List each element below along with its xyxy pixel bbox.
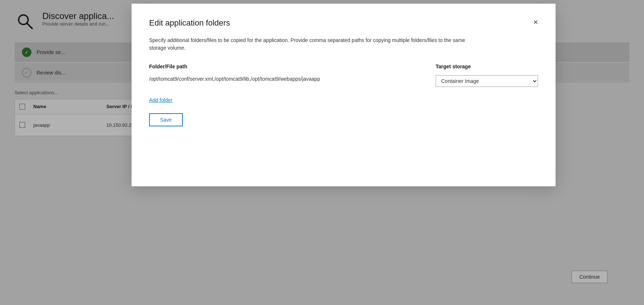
modal-header: Edit application folders × [149,18,538,28]
folder-path-value: /opt/tomcat9/conf/server.xml,/opt/tomcat… [149,75,421,83]
modal-close-button[interactable]: × [533,18,538,26]
edit-folders-modal: Edit application folders × Specify addit… [132,4,556,186]
folder-column: Folder/File path /opt/tomcat9/conf/serve… [149,64,421,83]
folder-column-header: Folder/File path [149,64,421,69]
modal-columns: Folder/File path /opt/tomcat9/conf/serve… [149,64,538,87]
modal-title: Edit application folders [149,18,230,28]
target-storage-select[interactable]: Container Image Azure Files Azure Disk [436,75,538,87]
storage-column: Target storage Container Image Azure Fil… [436,64,538,87]
modal-description: Specify additional folders/files to be c… [149,37,478,52]
save-button[interactable]: Save [149,113,183,126]
storage-column-header: Target storage [436,64,538,69]
add-folder-link[interactable]: Add folder [149,97,173,103]
